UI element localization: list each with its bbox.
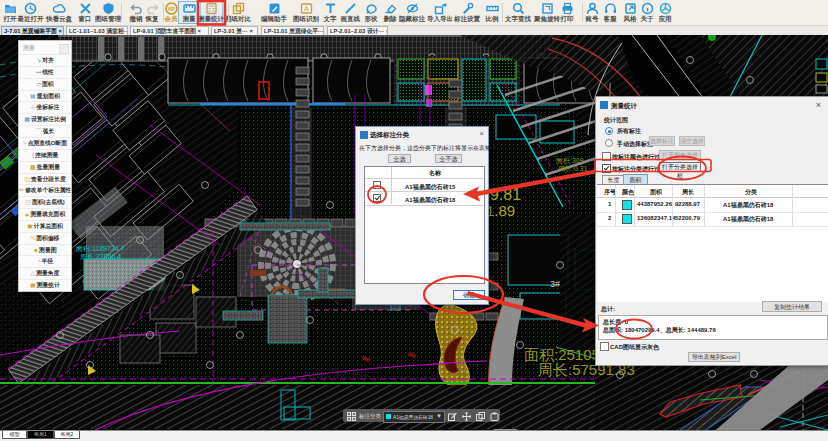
svg-text:面积:309: 面积:309 — [555, 157, 584, 165]
svg-text:面积:1189734.7: 面积:1189734.7 — [75, 245, 125, 253]
svg-text:周长:0.31: 周长:0.31 — [558, 165, 588, 172]
svg-text:周长:22866.4: 周长:22866.4 — [80, 253, 121, 260]
svg-text:1.89: 1.89 — [486, 202, 515, 219]
svg-text:A: A — [304, 5, 309, 12]
svg-text:VIP: VIP — [167, 7, 174, 12]
svg-text:3#: 3# — [550, 279, 560, 289]
